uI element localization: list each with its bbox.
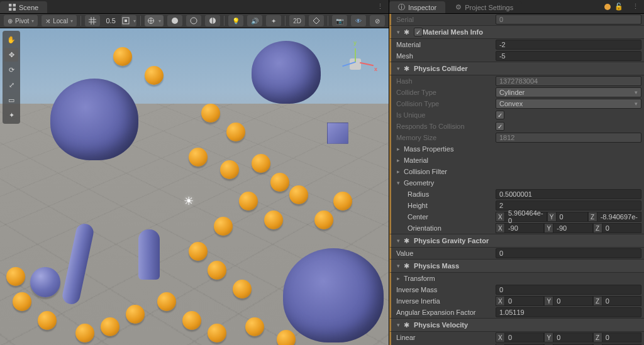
pivot-label: Pivot xyxy=(15,18,29,25)
component-physics-mass[interactable]: ▾ ✱ Physics Mass xyxy=(389,259,644,273)
draw-mode-button[interactable]: ▾ xyxy=(145,15,164,26)
label-angular-expansion: Angular Expansion Factor xyxy=(395,309,496,316)
mesh-cube xyxy=(327,123,348,144)
component-physics-velocity[interactable]: ▾ ✱ Physics Velocity xyxy=(389,318,644,332)
foldout-pm-transform[interactable]: ▸Transform xyxy=(389,273,644,284)
field-center-y[interactable]: 0 xyxy=(556,212,588,222)
grid-icon xyxy=(9,4,16,11)
tab-project-settings-label: Project Settings xyxy=(465,4,513,11)
inspector-tab-menu[interactable]: ⋮ xyxy=(627,0,644,13)
shaded-wireframe-button[interactable] xyxy=(205,15,220,26)
chevron-down-icon: ▾ xyxy=(395,263,402,269)
label-orientation: Orientation xyxy=(395,224,496,232)
field-center-z[interactable]: -8.940697e- xyxy=(597,212,641,222)
label-collision-filter: Collision Filter xyxy=(402,168,641,175)
hand-tool[interactable]: ✋ xyxy=(4,33,18,47)
inspector-tabbar: ⓘ Inspector ⚙ Project Settings 🔓 ⋮ xyxy=(389,0,644,14)
scene-tab-menu[interactable]: ⋮ xyxy=(372,0,389,13)
field-linear-x[interactable]: 0 xyxy=(504,332,544,342)
lighting-toggle[interactable]: 💡 xyxy=(228,15,243,26)
gizmos-toggle[interactable] xyxy=(309,15,324,26)
title-material-mesh-info: Material Mesh Info xyxy=(423,28,483,36)
checkbox-responds[interactable]: ✓ xyxy=(496,122,504,131)
field-linear-z[interactable]: 0 xyxy=(602,332,641,342)
hidden-toggle[interactable]: ⊘ xyxy=(370,15,385,26)
audio-toggle[interactable]: 🔊 xyxy=(247,15,262,26)
title-physics-collider: Physics Collider xyxy=(414,65,468,72)
chevron-down-icon: ▾ xyxy=(395,322,402,328)
mesh-bunny xyxy=(283,248,384,342)
row-material: Material -2 xyxy=(389,39,644,50)
rotate-tool[interactable]: ⟳ xyxy=(4,63,18,77)
svg-rect-2 xyxy=(9,8,11,11)
puzzle-icon: ✱ xyxy=(402,28,411,36)
component-physics-gravity[interactable]: ▾ ✱ Physics Gravity Factor xyxy=(389,234,644,248)
label-collider-type: Collider Type xyxy=(395,89,496,96)
foldout-material[interactable]: ▸Material xyxy=(389,155,644,166)
foldout-geometry[interactable]: ▾Geometry xyxy=(389,177,644,189)
wireframe-button[interactable] xyxy=(186,15,201,26)
field-center-x[interactable]: 5.960464e-0 xyxy=(504,212,547,222)
grid-snap-toggle[interactable] xyxy=(85,15,100,26)
gear-icon: ⚙ xyxy=(455,3,462,11)
chevron-down-icon: ▾ xyxy=(395,29,402,35)
field-orient-x[interactable]: -90 xyxy=(504,223,544,233)
layers-button[interactable]: 👁 xyxy=(351,15,366,26)
field-linear-y[interactable]: 0 xyxy=(553,332,592,342)
field-orient-y[interactable]: -90 xyxy=(553,223,592,233)
tab-project-settings[interactable]: ⚙ Project Settings xyxy=(447,1,522,13)
rect-tool[interactable]: ▭ xyxy=(4,93,18,107)
transform-tool[interactable]: ✦ xyxy=(4,108,18,122)
field-orient-z[interactable]: 0 xyxy=(602,223,641,233)
label-gravity-value: Value xyxy=(395,249,496,257)
foldout-collision-filter[interactable]: ▸Collision Filter xyxy=(389,166,644,177)
label-linear: Linear xyxy=(395,334,496,341)
mesh-bunny xyxy=(252,41,321,104)
dropdown-collider-type[interactable]: Cylinder▾ xyxy=(496,87,641,97)
scale-tool[interactable]: ⤢ xyxy=(4,78,18,92)
tab-inspector-label: Inspector xyxy=(408,4,436,11)
field-serial: 0 xyxy=(496,14,641,25)
field-material[interactable]: -2 xyxy=(496,40,641,50)
label-height: Height xyxy=(395,202,496,209)
component-physics-collider[interactable]: ▾ ✱ Physics Collider xyxy=(389,62,644,75)
row-mesh: Mesh -5 xyxy=(389,50,644,62)
field-inertia-z[interactable]: 0 xyxy=(602,296,641,306)
field-inertia-x[interactable]: 0 xyxy=(504,296,544,306)
grid-snap-value: 0.5 xyxy=(104,17,118,25)
lock-icon[interactable]: 🔓 xyxy=(614,3,623,11)
field-radius[interactable]: 0.5000001 xyxy=(496,189,641,199)
pivot-toggle[interactable]: ⊕ Pivot ▾ xyxy=(4,15,38,26)
pivot-icon: ⊕ xyxy=(8,18,13,25)
field-inverse-mass[interactable]: 0 xyxy=(496,285,641,295)
shaded-button[interactable] xyxy=(167,15,182,26)
field-gravity-value[interactable]: 0 xyxy=(496,248,641,258)
dropdown-collision-type[interactable]: Convex▾ xyxy=(496,99,641,109)
label-geometry: Geometry xyxy=(402,179,641,187)
tab-scene[interactable]: Scene xyxy=(0,1,47,13)
checkbox-is-unique[interactable]: ✓ xyxy=(496,111,504,119)
field-angular-expansion[interactable]: 1.05119 xyxy=(496,307,641,317)
mode-2d-label: 2D xyxy=(293,18,301,25)
tab-inspector[interactable]: ⓘ Inspector xyxy=(389,1,445,13)
mode-2d-toggle[interactable]: 2D xyxy=(289,15,305,26)
snap-increment-button[interactable]: ▾ xyxy=(121,15,136,26)
label-center: Center xyxy=(395,213,496,221)
label-inverse-mass: Inverse Mass xyxy=(395,286,496,293)
field-mesh[interactable]: -5 xyxy=(496,51,641,61)
space-label: Local xyxy=(53,18,68,25)
scene-toolbar: ⊕ Pivot ▾ ⤨ Local ▾ 0.5 ▾ ▾ xyxy=(0,14,389,28)
foldout-mass-properties[interactable]: ▸Mass Properties xyxy=(389,143,644,155)
move-tool[interactable]: ✥ xyxy=(4,48,18,62)
orientation-gizmo[interactable]: y x xyxy=(330,38,380,89)
space-toggle[interactable]: ⤨ Local ▾ xyxy=(42,15,77,26)
enable-checkbox[interactable]: ✓ xyxy=(414,28,423,36)
puzzle-icon: ✱ xyxy=(402,65,411,73)
fx-toggle[interactable]: ✦ xyxy=(266,15,281,26)
camera-button[interactable]: 📷 xyxy=(332,15,347,26)
tab-scene-label: Scene xyxy=(19,4,38,11)
component-material-mesh-info[interactable]: ▾ ✱ ✓ Material Mesh Info xyxy=(389,25,644,39)
field-inertia-y[interactable]: 0 xyxy=(553,296,592,306)
title-physics-mass: Physics Mass xyxy=(414,262,459,270)
scene-viewport[interactable]: ☀ y x ✋ ✥ ⟳ ⤢ ▭ ✦ xyxy=(0,28,389,345)
